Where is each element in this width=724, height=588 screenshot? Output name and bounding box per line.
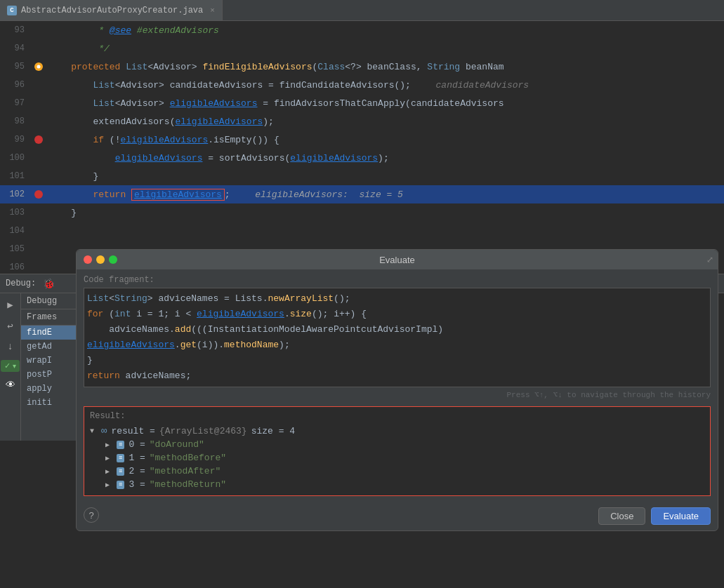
watch-icon <box>33 61 44 72</box>
close-traffic-light[interactable] <box>84 255 92 264</box>
code-content-95: protected List<Advisor> findEligibleAdvi… <box>46 62 724 72</box>
line-number-93: 93 <box>0 25 32 35</box>
result-index-2: 2 = <box>129 466 145 476</box>
expand-2-arrow[interactable]: ▶ <box>105 467 112 476</box>
result-value-1: "methodBefore" <box>150 453 226 463</box>
result-root[interactable]: ▼ ∞ result = {ArrayList@2463} size = 4 <box>90 424 704 438</box>
debug-icon: 🐞 <box>41 276 55 290</box>
dialog-body: Code fragment: List<String> adviceNames … <box>77 269 718 502</box>
resize-icon[interactable]: ⤢ <box>706 255 713 265</box>
result-type: {ArrayList@2463} <box>159 426 247 436</box>
code-content-103: } <box>46 208 724 218</box>
code-line-99: 99 if (!eligibleAdvisors.isEmpty()) { <box>0 131 724 149</box>
maximize-traffic-light[interactable] <box>109 255 117 264</box>
line-number-99: 99 <box>0 135 32 145</box>
field-icon-2: ≡ <box>117 467 124 476</box>
result-area: Result: ▼ ∞ result = {ArrayList@2463} si… <box>84 406 711 496</box>
file-tab[interactable]: C AbstractAdvisorAutoProxyCreator.java × <box>0 0 223 20</box>
line-number-100: 100 <box>0 153 32 163</box>
help-button[interactable]: ? <box>84 507 99 523</box>
dialog-title: Evaluate <box>379 255 415 265</box>
result-index-3: 3 = <box>129 479 145 490</box>
evaluate-button[interactable]: Evaluate <box>651 507 711 525</box>
line-number-96: 96 <box>0 80 32 90</box>
close-button[interactable]: Close <box>598 507 645 525</box>
result-index-1: 1 = <box>129 453 145 463</box>
traffic-lights <box>84 255 117 264</box>
code-content-102: return eligibleAdvisors; eligibleAdvisor… <box>46 189 724 200</box>
result-item-3[interactable]: ▶ ≡ 3 = "methodReturn" <box>90 478 704 491</box>
expand-1-arrow[interactable]: ▶ <box>105 454 112 462</box>
line-number-104: 104 <box>0 226 32 236</box>
line-number-101: 101 <box>0 171 32 181</box>
code-content-96: List<Advisor> candidateAdvisors = findCa… <box>46 80 724 91</box>
editor-area: 93 * @see #extendAdvisors 94 */ 95 prote… <box>0 21 724 274</box>
code-line-94: 94 */ <box>0 39 724 58</box>
dialog-footer: ? Close Evaluate <box>77 502 718 530</box>
code-content-101: } <box>46 171 724 182</box>
breakpoint-99 <box>34 135 43 144</box>
code-content-99: if (!eligibleAdvisors.isEmpty()) { <box>46 135 724 145</box>
code-line-104: 104 <box>0 222 724 240</box>
result-index-0: 0 = <box>129 439 145 450</box>
breakpoint-102 <box>34 190 43 199</box>
gutter-102 <box>32 190 46 199</box>
code-line-93: 93 * @see #extendAdvisors <box>0 21 724 39</box>
history-hint: Press ⌥↑, ⌥↓ to navigate through the his… <box>84 387 711 402</box>
code-line-102: 102 return eligibleAdvisors; eligibleAdv… <box>0 185 724 203</box>
result-value-0: "doAround" <box>150 439 204 450</box>
svg-point-1 <box>37 65 41 69</box>
result-label: Result: <box>90 411 704 421</box>
evaluate-dialog: Evaluate ⤢ Code fragment: List<String> a… <box>76 249 718 531</box>
gutter-99 <box>32 135 46 144</box>
code-line-100: 100 eligibleAdvisors = sortAdvisors(elig… <box>0 149 724 167</box>
line-number-103: 103 <box>0 208 32 218</box>
view-icon[interactable]: 👁 <box>3 377 18 393</box>
resume-icon[interactable]: ▶ <box>3 297 18 312</box>
expand-root-arrow[interactable]: ▼ <box>90 427 97 435</box>
gutter-95 <box>32 61 46 72</box>
dialog-titlebar: Evaluate ⤢ <box>77 250 718 269</box>
step-over-icon[interactable]: ↩ <box>3 318 18 333</box>
left-sidebar-icons: ▶ ↩ ↓ ✓ ▾ 👁 <box>0 293 21 441</box>
tab-label: AbstractAdvisorAutoProxyCreator.java <box>21 6 203 15</box>
tab-close-button[interactable]: × <box>210 6 215 15</box>
step-into-icon[interactable]: ↓ <box>3 339 18 354</box>
line-number-102: 102 <box>0 189 32 199</box>
line-number-94: 94 <box>0 44 32 53</box>
field-icon-0: ≡ <box>117 441 124 449</box>
line-number-97: 97 <box>0 98 32 108</box>
result-item-0[interactable]: ▶ ≡ 0 = "doAround" <box>90 438 704 451</box>
check-mark-button[interactable]: ✓ ▾ <box>1 360 20 372</box>
result-value-3: "methodReturn" <box>150 479 226 490</box>
line-number-105: 105 <box>0 244 32 254</box>
result-value-2: "methodAfter" <box>150 466 221 476</box>
code-line-96: 96 List<Advisor> candidateAdvisors = fin… <box>0 76 724 94</box>
code-line-98: 98 extendAdvisors(eligibleAdvisors); <box>0 112 724 131</box>
expand-0-arrow[interactable]: ▶ <box>105 441 112 449</box>
code-fragment-label: Code fragment: <box>84 275 711 285</box>
infinity-icon: ∞ <box>101 425 107 436</box>
expand-3-arrow[interactable]: ▶ <box>105 481 112 489</box>
code-line-101: 101 } <box>0 167 724 185</box>
code-content-93: * @see #extendAdvisors <box>46 25 724 36</box>
fragment-code[interactable]: List<String> adviceNames = Lists.newArra… <box>84 288 711 387</box>
line-number-95: 95 <box>0 62 32 72</box>
line-number-106: 106 <box>0 262 32 272</box>
code-line-95: 95 protected List<Advisor> findEligibleA… <box>0 58 724 76</box>
result-item-1[interactable]: ▶ ≡ 1 = "methodBefore" <box>90 451 704 465</box>
java-icon: C <box>7 6 17 15</box>
field-icon-1: ≡ <box>117 454 124 462</box>
filter-check-button[interactable]: ✓ ▾ <box>1 360 20 372</box>
result-item-2[interactable]: ▶ ≡ 2 = "methodAfter" <box>90 465 704 478</box>
minimize-traffic-light[interactable] <box>96 255 105 264</box>
code-content-97: List<Advisor> eligibleAdvisors = findAdv… <box>46 98 724 109</box>
tab-bar: C AbstractAdvisorAutoProxyCreator.java × <box>0 0 724 21</box>
code-line-97: 97 List<Advisor> eligibleAdvisors = find… <box>0 94 724 112</box>
line-number-98: 98 <box>0 116 32 126</box>
code-line-103: 103 } <box>0 203 724 222</box>
field-icon-3: ≡ <box>117 481 124 489</box>
code-content-100: eligibleAdvisors = sortAdvisors(eligible… <box>46 153 724 163</box>
debug-label: Debug: <box>6 279 36 288</box>
code-content-98: extendAdvisors(eligibleAdvisors); <box>46 116 724 127</box>
